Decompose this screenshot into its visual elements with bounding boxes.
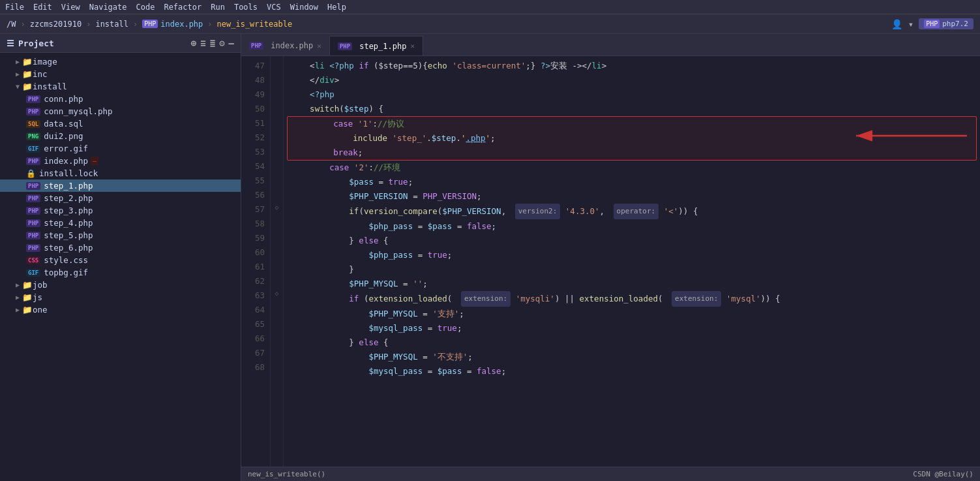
menu-navigate[interactable]: Navigate (89, 3, 127, 12)
code-line-56: $PHP_VERSION = PHP_VERSION; (284, 189, 980, 204)
php-tab-icon: PHP (338, 42, 352, 50)
sidebar-item-install[interactable]: ▼ 📁 install (0, 80, 241, 93)
folder-icon: 📁 (22, 82, 33, 91)
sidebar-item-one[interactable]: ▶ 📁 one (0, 303, 241, 316)
close-sidebar-icon[interactable]: — (229, 38, 234, 48)
error-badge: — (91, 157, 98, 165)
code-line-59: } else { (284, 234, 980, 248)
sidebar-header: ☰ Project ⊕ ≡ ≣ ⚙ — (0, 34, 241, 53)
code-line-48: </div> (284, 73, 980, 87)
chevron-right-icon: ▶ (16, 70, 20, 78)
folder-icon: 📁 (22, 69, 33, 79)
php-file-icon: PHP (26, 95, 40, 103)
sidebar-item-inc[interactable]: ▶ 📁 inc (0, 68, 241, 80)
breadcrumb-project[interactable]: zzcms201910 (30, 20, 82, 29)
png-file-icon: PNG (26, 132, 40, 140)
close-tab-index[interactable]: ✕ (317, 42, 321, 50)
expand-all-icon[interactable]: ≣ (210, 38, 215, 48)
code-line-64: $PHP_MYSQL = '支持'; (284, 307, 980, 321)
gif-file-icon: GIF (26, 145, 40, 153)
sidebar-item-error-gif[interactable]: GIF error.gif (0, 142, 241, 155)
sidebar-item-job[interactable]: ▶ 📁 job (0, 279, 241, 291)
sidebar-item-style-css[interactable]: CSS style.css (0, 254, 241, 266)
sidebar-item-topbg-gif[interactable]: GIF topbg.gif (0, 266, 241, 279)
code-line-60: $php_pass = true; (284, 248, 980, 262)
sidebar-item-index-php[interactable]: PHP index.php — (0, 155, 241, 167)
fold-icon[interactable]: ◇ (271, 286, 283, 300)
menu-refactor[interactable]: Refactor (164, 3, 201, 12)
php-file-icon: PHP (26, 207, 40, 215)
menu-run[interactable]: Run (211, 3, 225, 12)
sidebar-label-step2-php: step_2.php (44, 193, 93, 203)
breadcrumb-folder[interactable]: install (95, 20, 128, 29)
sidebar-label-step6-php: step_6.php (44, 243, 93, 253)
code-line-49: <?php (284, 87, 980, 102)
menu-edit[interactable]: Edit (33, 3, 52, 12)
close-tab-step1[interactable]: ✕ (410, 42, 415, 50)
tab-step1-php[interactable]: PHP step_1.php ✕ (330, 36, 423, 55)
code-line-61: } (284, 262, 980, 277)
menu-tools[interactable]: Tools (234, 3, 258, 12)
css-file-icon: CSS (26, 256, 40, 264)
sidebar-item-conn-php[interactable]: PHP conn.php (0, 93, 241, 105)
status-watermark: CSDN @Beilay() (913, 470, 973, 478)
folder-icon: 📁 (22, 57, 33, 67)
sidebar-item-dui2-png[interactable]: PNG dui2.png (0, 130, 241, 142)
sidebar-label-one: one (33, 305, 48, 315)
sidebar-label-step1-php: step_1.php (44, 181, 93, 191)
sidebar-label-dui2-png: dui2.png (44, 131, 83, 141)
sidebar-item-step5-php[interactable]: PHP step_5.php (0, 229, 241, 241)
sidebar-item-step4-php[interactable]: PHP step_4.php (0, 217, 241, 229)
param-hint-ext1: extension: (461, 291, 511, 307)
menu-view[interactable]: View (61, 3, 80, 12)
folder-icon: 📁 (22, 280, 33, 290)
php-file-icon: PHP (26, 194, 40, 202)
sidebar-item-data-sql[interactable]: SQL data.sql (0, 117, 241, 130)
code-content[interactable]: <li <?php if ($step==5){echo 'class=curr… (284, 56, 980, 467)
menu-file[interactable]: File (5, 3, 24, 12)
code-line-57: if(version_compare($PHP_VERSION, version… (284, 204, 980, 219)
php-version-label: php7.2 (942, 20, 968, 28)
status-right: CSDN @Beilay() (913, 470, 973, 478)
code-line-53: break; (288, 146, 976, 160)
code-line-58: $php_pass = $pass = false; (284, 219, 980, 234)
menu-vcs[interactable]: VCS (267, 3, 281, 12)
sidebar-label-install-lock: install.lock (39, 168, 98, 178)
sidebar-label-style-css: style.css (44, 255, 88, 265)
sidebar-item-image[interactable]: ▶ 📁 image (0, 55, 241, 68)
menu-window[interactable]: Window (290, 3, 318, 12)
breadcrumb-file[interactable]: PHP index.php (142, 20, 203, 29)
sidebar-item-step1-php[interactable]: PHP step_1.php (0, 179, 241, 192)
sidebar-item-js[interactable]: ▶ 📁 js (0, 291, 241, 303)
add-content-icon[interactable]: ⊕ (191, 38, 196, 48)
code-line-62: $PHP_MYSQL = ''; (284, 277, 980, 291)
sidebar-item-conn-mysql-php[interactable]: PHP conn_mysql.php (0, 105, 241, 117)
fold-icon[interactable]: ◇ (271, 200, 283, 214)
settings-icon[interactable]: ⚙ (219, 38, 224, 48)
code-line-66: } else { (284, 335, 980, 350)
sidebar-label-image: image (33, 57, 57, 67)
main-layout: ☰ Project ⊕ ≡ ≣ ⚙ — ▶ 📁 image ▶ 📁 (0, 34, 980, 481)
menu-code[interactable]: Code (136, 3, 155, 12)
collapse-all-icon[interactable]: ≡ (200, 38, 205, 48)
breadcrumb-function[interactable]: new_is_writeable (217, 20, 293, 29)
sidebar-item-install-lock[interactable]: 🔒 install.lock (0, 167, 241, 179)
folder-icon: 📁 (22, 305, 33, 315)
tab-label-index: index.php (271, 41, 313, 50)
sidebar-label-error-gif: error.gif (44, 144, 88, 153)
sql-file-icon: SQL (26, 120, 40, 128)
php-version-icon: PHP (924, 20, 940, 28)
sidebar-tree[interactable]: ▶ 📁 image ▶ 📁 inc ▼ 📁 install PHP (0, 53, 241, 481)
tab-index-php[interactable]: PHP index.php ✕ (241, 36, 330, 55)
sidebar-toggle-icon[interactable]: ☰ (7, 39, 14, 48)
user-icon[interactable]: 👤 ▾ (891, 19, 913, 29)
sidebar-item-step2-php[interactable]: PHP step_2.php (0, 192, 241, 204)
menu-help[interactable]: Help (327, 3, 346, 12)
php-file-icon: PHP (26, 219, 40, 227)
breadcrumb-root[interactable]: /W (7, 20, 16, 29)
sidebar-item-step3-php[interactable]: PHP step_3.php (0, 204, 241, 217)
editor-area: PHP index.php ✕ PHP step_1.php ✕ 47 48 4… (241, 34, 980, 481)
php-version-badge[interactable]: PHP php7.2 (919, 18, 973, 29)
sidebar-item-step6-php[interactable]: PHP step_6.php (0, 241, 241, 254)
code-line-65: $mysql_pass = true; (284, 321, 980, 335)
